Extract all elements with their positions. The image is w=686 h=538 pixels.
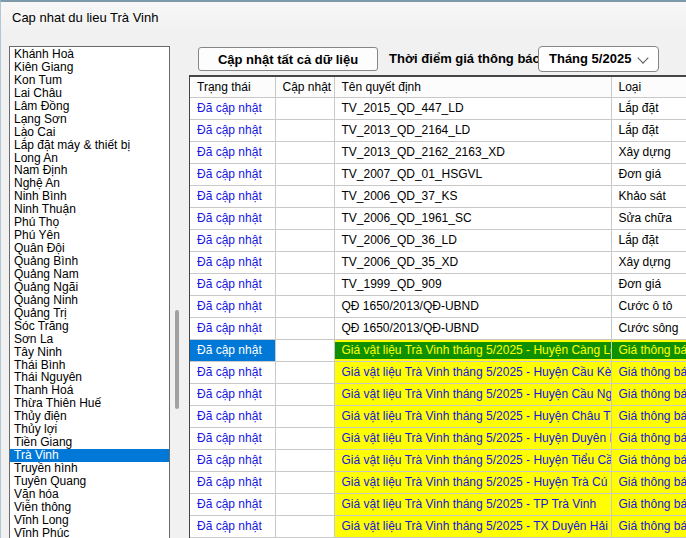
cell-status[interactable]: Đã cập nhật (190, 274, 275, 296)
cell-decision-name[interactable]: TV_2006_QD_1961_SC (334, 208, 611, 230)
cell-status[interactable]: Đã cập nhật (190, 472, 275, 494)
table-row[interactable]: Đã cập nhật Giá vật liệu Trà Vinh tháng … (190, 428, 686, 450)
cell-decision-name[interactable]: Giá vật liệu Trà Vinh tháng 5/2025 - TP … (334, 494, 611, 516)
cell-type[interactable]: Đơn giá (611, 274, 686, 296)
cell-type[interactable]: Cước sông (611, 318, 686, 340)
cell-status[interactable]: Đã cập nhật (190, 208, 275, 230)
cell-update[interactable] (275, 494, 334, 516)
sidebar-item-lào-cai[interactable]: Lào Cai (10, 126, 169, 139)
cell-status[interactable]: Đã cập nhật (190, 516, 275, 538)
cell-update[interactable] (275, 274, 334, 296)
period-combobox[interactable]: Tháng 5/2025 (538, 46, 659, 72)
cell-status[interactable]: Đã cập nhật (190, 296, 275, 318)
cell-status[interactable]: Đã cập nhật (190, 186, 275, 208)
table-row[interactable]: Đã cập nhật Giá vật liệu Trà Vinh tháng … (190, 384, 686, 406)
column-header-status[interactable]: Trạng thái (190, 77, 275, 98)
cell-decision-name[interactable]: Giá vật liệu Trà Vinh tháng 5/2025 - Huy… (334, 384, 611, 406)
cell-decision-name[interactable]: Giá vật liệu Trà Vinh tháng 5/2025 - TX … (334, 516, 611, 538)
cell-update[interactable] (275, 98, 334, 120)
cell-status[interactable]: Đã cập nhật (190, 164, 275, 186)
listbox-scrollbar-thumb[interactable] (175, 310, 179, 409)
cell-status[interactable]: Đã cập nhật (190, 252, 275, 274)
table-row[interactable]: Đã cập nhật QĐ 1650/2013/QĐ-UBND Cước ô … (190, 296, 686, 318)
sidebar-item-quảng-trị[interactable]: Quảng Trị (10, 307, 169, 320)
sidebar-item-lắp-đặt-máy-&-thiết-bị[interactable]: Lắp đặt máy & thiết bị (10, 139, 169, 152)
cell-type[interactable]: Xây dựng (611, 252, 686, 274)
cell-update[interactable] (275, 318, 334, 340)
cell-status[interactable]: Đã cập nhật (190, 318, 275, 340)
sidebar-item-vĩnh-long[interactable]: Vĩnh Long (10, 514, 169, 527)
sidebar-item-quảng-ngãi[interactable]: Quảng Ngãi (10, 281, 169, 294)
table-row[interactable]: Đã cập nhật TV_1999_QD_909 Đơn giá (190, 274, 686, 296)
cell-status[interactable]: Đã cập nhật (190, 384, 275, 406)
cell-type[interactable]: Giá thông báo (611, 472, 686, 494)
table-row[interactable]: Đã cập nhật TV_2006_QD_35_XD Xây dựng (190, 252, 686, 274)
cell-update[interactable] (275, 428, 334, 450)
cell-type[interactable]: Giá thông báo (611, 450, 686, 472)
cell-update[interactable] (275, 296, 334, 318)
cell-status[interactable]: Đã cập nhật (190, 98, 275, 120)
cell-type[interactable]: Đơn giá (611, 164, 686, 186)
cell-decision-name[interactable]: Giá vật liệu Trà Vinh tháng 5/2025 - Huy… (334, 406, 611, 428)
cell-update[interactable] (275, 450, 334, 472)
cell-status[interactable]: Đã cập nhật (190, 406, 275, 428)
cell-update[interactable] (275, 120, 334, 142)
cell-type[interactable]: Giá thông báo (611, 340, 686, 362)
cell-decision-name[interactable]: TV_2015_QD_447_LD (334, 98, 611, 120)
table-row[interactable]: Đã cập nhật Giá vật liệu Trà Vinh tháng … (190, 450, 686, 472)
cell-type[interactable]: Giá thông báo (611, 494, 686, 516)
sidebar-item-lai-châu[interactable]: Lai Châu (10, 87, 169, 100)
cell-type[interactable]: Lắp đặt (611, 230, 686, 252)
cell-update[interactable] (275, 164, 334, 186)
sidebar-item-truyền-hình[interactable]: Truyền hình (10, 462, 169, 475)
cell-type[interactable]: Xây dựng (611, 142, 686, 164)
sidebar-item-tuyên-quang[interactable]: Tuyên Quang (10, 475, 169, 488)
cell-status[interactable]: Đã cập nhật (190, 120, 275, 142)
cell-decision-name[interactable]: Giá vật liệu Trà Vinh tháng 5/2025 - Huy… (334, 472, 611, 494)
cell-update[interactable] (275, 516, 334, 538)
cell-status[interactable]: Đã cập nhật (190, 230, 275, 252)
cell-type[interactable]: Lắp đặt (611, 98, 686, 120)
cell-decision-name[interactable]: Giá vật liệu Trà Vinh tháng 5/2025 - Huy… (334, 450, 611, 472)
sidebar-item-kon-tum[interactable]: Kon Tum (10, 74, 169, 87)
cell-type[interactable]: Giá thông báo (611, 428, 686, 450)
cell-type[interactable]: Giá thông báo (611, 362, 686, 384)
cell-status[interactable]: Đã cập nhật (190, 362, 275, 384)
cell-type[interactable]: Giá thông báo (611, 384, 686, 406)
cell-decision-name[interactable]: TV_2006_QD_35_XD (334, 252, 611, 274)
sidebar-item-kiên-giang[interactable]: Kiên Giang (10, 61, 169, 74)
sidebar-item-quảng-ninh[interactable]: Quảng Ninh (10, 294, 169, 307)
cell-decision-name[interactable]: QĐ 1650/2013/QĐ-UBND (334, 296, 611, 318)
sidebar-item-viễn-thông[interactable]: Viễn thông (10, 501, 169, 514)
cell-decision-name[interactable]: TV_2013_QD_2164_LD (334, 120, 611, 142)
sidebar-item-khánh-hoà[interactable]: Khánh Hoà (10, 48, 169, 61)
cell-type[interactable]: Khảo sát (611, 186, 686, 208)
table-row[interactable]: Đã cập nhật Giá vật liệu Trà Vinh tháng … (190, 362, 686, 384)
cell-decision-name[interactable]: Giá vật liệu Trà Vinh tháng 5/2025 - Huy… (334, 340, 611, 362)
sidebar-item-lạng-sơn[interactable]: Lạng Sơn (10, 113, 169, 126)
cell-type[interactable]: Giá thông báo (611, 516, 686, 538)
sidebar-item-vĩnh-phúc[interactable]: Vĩnh Phúc (10, 527, 169, 538)
column-header-decision-name[interactable]: Tên quyết định (334, 77, 611, 98)
cell-update[interactable] (275, 186, 334, 208)
table-row[interactable]: Đã cập nhật TV_2015_QD_447_LD Lắp đặt (190, 98, 686, 120)
cell-type[interactable]: Lắp đặt (611, 120, 686, 142)
table-row[interactable]: Đã cập nhật TV_2007_QD_01_HSGVL Đơn giá (190, 164, 686, 186)
table-row[interactable]: Đã cập nhật Giá vật liệu Trà Vinh tháng … (190, 494, 686, 516)
cell-update[interactable] (275, 208, 334, 230)
sidebar-item-tây-ninh[interactable]: Tây Ninh (10, 346, 169, 359)
cell-update[interactable] (275, 406, 334, 428)
cell-decision-name[interactable]: Giá vật liệu Trà Vinh tháng 5/2025 - Huy… (334, 428, 611, 450)
sidebar-item-văn-hóa[interactable]: Văn hóa (10, 488, 169, 501)
cell-status[interactable]: Đã cập nhật (190, 142, 275, 164)
cell-update[interactable] (275, 472, 334, 494)
cell-type[interactable]: Sửa chữa (611, 208, 686, 230)
table-row[interactable]: Đã cập nhật Giá vật liệu Trà Vinh tháng … (190, 472, 686, 494)
table-row[interactable]: Đã cập nhật Giá vật liệu Trà Vinh tháng … (190, 406, 686, 428)
cell-update[interactable] (275, 384, 334, 406)
table-row[interactable]: Đã cập nhật Giá vật liệu Trà Vinh tháng … (190, 516, 686, 538)
cell-decision-name[interactable]: QĐ 1650/2013/QĐ-UBND (334, 318, 611, 340)
cell-type[interactable]: Cước ô tô (611, 296, 686, 318)
sidebar-item-sóc-trăng[interactable]: Sóc Trăng (10, 320, 169, 333)
cell-decision-name[interactable]: TV_2013_QD_2162_2163_XD (334, 142, 611, 164)
